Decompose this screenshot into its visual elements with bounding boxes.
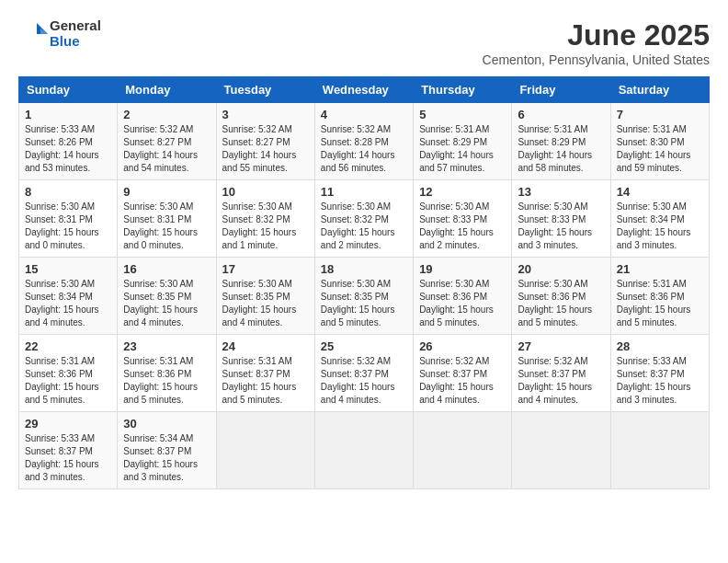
location-title: Cementon, Pennsylvania, United States [483, 52, 710, 67]
day-info: Sunrise: 5:30 AMSunset: 8:33 PMDaylight:… [419, 201, 506, 252]
day-number: 6 [518, 108, 604, 121]
day-number: 20 [518, 262, 604, 276]
day-number: 16 [123, 262, 210, 276]
calendar-cell: 26Sunrise: 5:32 AMSunset: 8:37 PMDayligh… [414, 335, 512, 412]
logo: General Blue [18, 18, 101, 49]
weekday-header-wednesday: Wednesday [314, 77, 413, 103]
day-info: Sunrise: 5:31 AMSunset: 8:36 PMDaylight:… [25, 355, 111, 407]
calendar-cell: 25Sunrise: 5:32 AMSunset: 8:37 PMDayligh… [314, 335, 413, 412]
calendar-cell: 14Sunrise: 5:30 AMSunset: 8:34 PMDayligh… [610, 180, 709, 258]
day-number: 17 [222, 262, 309, 276]
day-info: Sunrise: 5:30 AMSunset: 8:34 PMDaylight:… [617, 201, 703, 252]
calendar-cell: 5Sunrise: 5:31 AMSunset: 8:29 PMDaylight… [414, 103, 512, 180]
day-number: 24 [222, 339, 309, 353]
weekday-header-monday: Monday [118, 77, 216, 103]
day-number: 30 [123, 417, 210, 431]
calendar-cell [414, 412, 512, 489]
calendar-cell: 1Sunrise: 5:33 AMSunset: 8:26 PMDaylight… [19, 103, 118, 180]
day-info: Sunrise: 5:30 AMSunset: 8:31 PMDaylight:… [123, 201, 210, 252]
calendar-cell [610, 412, 709, 489]
day-number: 15 [25, 262, 111, 276]
day-info: Sunrise: 5:30 AMSunset: 8:35 PMDaylight:… [321, 278, 407, 329]
calendar-cell [512, 412, 610, 489]
day-number: 26 [419, 339, 506, 353]
day-info: Sunrise: 5:31 AMSunset: 8:36 PMDaylight:… [123, 355, 210, 407]
calendar: SundayMondayTuesdayWednesdayThursdayFrid… [18, 76, 710, 489]
day-info: Sunrise: 5:30 AMSunset: 8:35 PMDaylight:… [222, 278, 309, 329]
day-number: 19 [419, 262, 506, 276]
calendar-cell: 12Sunrise: 5:30 AMSunset: 8:33 PMDayligh… [414, 180, 512, 258]
day-info: Sunrise: 5:32 AMSunset: 8:37 PMDaylight:… [419, 355, 506, 407]
calendar-week-1: 1Sunrise: 5:33 AMSunset: 8:26 PMDaylight… [19, 103, 710, 180]
day-info: Sunrise: 5:30 AMSunset: 8:36 PMDaylight:… [419, 278, 506, 329]
day-number: 21 [617, 262, 703, 276]
day-info: Sunrise: 5:30 AMSunset: 8:34 PMDaylight:… [25, 278, 111, 329]
logo-container: General Blue [18, 18, 101, 49]
day-number: 10 [222, 185, 309, 199]
logo-general-text: General [50, 18, 101, 34]
day-number: 25 [321, 339, 407, 353]
logo-text: General Blue [50, 18, 101, 49]
calendar-cell: 17Sunrise: 5:30 AMSunset: 8:35 PMDayligh… [216, 258, 314, 335]
day-number: 5 [419, 108, 506, 121]
day-info: Sunrise: 5:33 AMSunset: 8:37 PMDaylight:… [617, 355, 703, 407]
day-info: Sunrise: 5:30 AMSunset: 8:32 PMDaylight:… [222, 201, 309, 252]
calendar-cell: 15Sunrise: 5:30 AMSunset: 8:34 PMDayligh… [19, 258, 118, 335]
weekday-header-saturday: Saturday [610, 77, 709, 103]
day-number: 3 [222, 108, 309, 121]
calendar-cell: 30Sunrise: 5:34 AMSunset: 8:37 PMDayligh… [118, 412, 216, 489]
calendar-cell: 7Sunrise: 5:31 AMSunset: 8:30 PMDaylight… [610, 103, 709, 180]
calendar-cell: 16Sunrise: 5:30 AMSunset: 8:35 PMDayligh… [118, 258, 216, 335]
day-number: 27 [518, 339, 604, 353]
weekday-header-row: SundayMondayTuesdayWednesdayThursdayFrid… [19, 77, 710, 103]
day-info: Sunrise: 5:31 AMSunset: 8:29 PMDaylight:… [518, 123, 604, 175]
month-title: June 2025 [483, 18, 710, 52]
weekday-header-tuesday: Tuesday [216, 77, 314, 103]
calendar-cell [314, 412, 413, 489]
header: General Blue June 2025 Cementon, Pennsyl… [18, 18, 710, 67]
calendar-cell: 22Sunrise: 5:31 AMSunset: 8:36 PMDayligh… [19, 335, 118, 412]
day-info: Sunrise: 5:32 AMSunset: 8:27 PMDaylight:… [123, 123, 210, 175]
weekday-header-friday: Friday [512, 77, 610, 103]
calendar-cell: 19Sunrise: 5:30 AMSunset: 8:36 PMDayligh… [414, 258, 512, 335]
title-area: June 2025 Cementon, Pennsylvania, United… [483, 18, 710, 67]
calendar-cell [216, 412, 314, 489]
day-number: 9 [123, 185, 210, 199]
weekday-header-sunday: Sunday [19, 77, 118, 103]
calendar-cell: 24Sunrise: 5:31 AMSunset: 8:37 PMDayligh… [216, 335, 314, 412]
calendar-cell: 21Sunrise: 5:31 AMSunset: 8:36 PMDayligh… [610, 258, 709, 335]
day-number: 4 [321, 108, 407, 121]
calendar-week-3: 15Sunrise: 5:30 AMSunset: 8:34 PMDayligh… [19, 258, 710, 335]
day-info: Sunrise: 5:31 AMSunset: 8:30 PMDaylight:… [617, 123, 703, 175]
calendar-cell: 3Sunrise: 5:32 AMSunset: 8:27 PMDaylight… [216, 103, 314, 180]
day-number: 23 [123, 339, 210, 353]
calendar-cell: 20Sunrise: 5:30 AMSunset: 8:36 PMDayligh… [512, 258, 610, 335]
calendar-week-5: 29Sunrise: 5:33 AMSunset: 8:37 PMDayligh… [19, 412, 710, 489]
day-info: Sunrise: 5:32 AMSunset: 8:37 PMDaylight:… [518, 355, 604, 407]
calendar-cell: 8Sunrise: 5:30 AMSunset: 8:31 PMDaylight… [19, 180, 118, 258]
calendar-cell: 13Sunrise: 5:30 AMSunset: 8:33 PMDayligh… [512, 180, 610, 258]
day-info: Sunrise: 5:31 AMSunset: 8:29 PMDaylight:… [419, 123, 506, 175]
day-number: 28 [617, 339, 703, 353]
logo-blue-text: Blue [50, 34, 101, 50]
day-number: 11 [321, 185, 407, 199]
day-number: 12 [419, 185, 506, 199]
day-number: 8 [25, 185, 111, 199]
calendar-cell: 10Sunrise: 5:30 AMSunset: 8:32 PMDayligh… [216, 180, 314, 258]
day-number: 1 [25, 108, 111, 121]
day-info: Sunrise: 5:30 AMSunset: 8:31 PMDaylight:… [25, 201, 111, 252]
day-info: Sunrise: 5:32 AMSunset: 8:28 PMDaylight:… [321, 123, 407, 175]
calendar-cell: 28Sunrise: 5:33 AMSunset: 8:37 PMDayligh… [610, 335, 709, 412]
calendar-cell: 2Sunrise: 5:32 AMSunset: 8:27 PMDaylight… [118, 103, 216, 180]
day-info: Sunrise: 5:30 AMSunset: 8:32 PMDaylight:… [321, 201, 407, 252]
calendar-cell: 9Sunrise: 5:30 AMSunset: 8:31 PMDaylight… [118, 180, 216, 258]
day-number: 22 [25, 339, 111, 353]
calendar-week-4: 22Sunrise: 5:31 AMSunset: 8:36 PMDayligh… [19, 335, 710, 412]
day-info: Sunrise: 5:31 AMSunset: 8:37 PMDaylight:… [222, 355, 309, 407]
calendar-week-2: 8Sunrise: 5:30 AMSunset: 8:31 PMDaylight… [19, 180, 710, 258]
day-info: Sunrise: 5:32 AMSunset: 8:27 PMDaylight:… [222, 123, 309, 175]
day-number: 14 [617, 185, 703, 199]
day-number: 29 [25, 417, 111, 431]
day-number: 18 [321, 262, 407, 276]
weekday-header-thursday: Thursday [414, 77, 512, 103]
